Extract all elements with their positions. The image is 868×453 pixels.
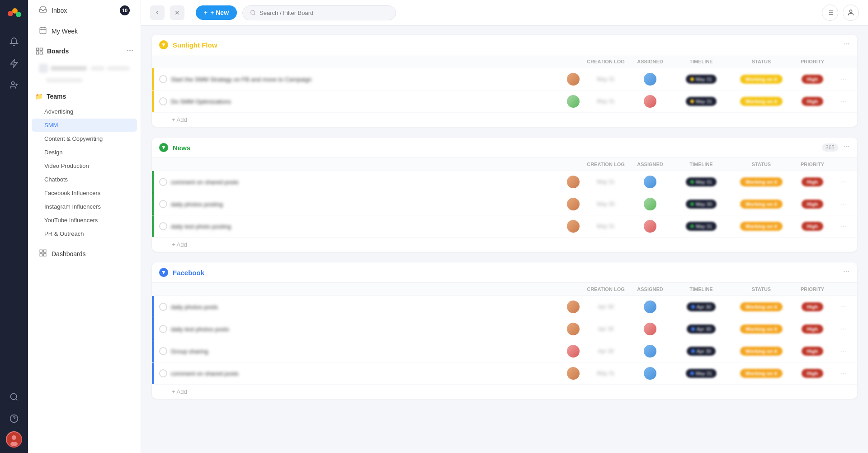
boards-header[interactable]: Boards ··· [35,46,133,56]
task-status: Working on it [734,369,788,378]
row-options-button[interactable]: ··· [836,97,850,105]
task-name: daily test photo posting [171,223,563,230]
task-row[interactable]: daily test photos posts Apr 30 Apr 30 Wo… [152,318,857,340]
group-chevron-facebook[interactable]: ▼ [159,268,168,277]
priority-pill: High [802,324,823,334]
svg-rect-21 [36,52,38,54]
task-checkbox[interactable] [159,325,167,333]
bolt-icon[interactable] [5,54,23,72]
sidebar-item-youtube-influencers[interactable]: YouTube Influencers [32,214,137,227]
svg-point-35 [846,43,846,44]
task-checkbox[interactable] [159,75,167,83]
sidebar-item-pr-&-outreach[interactable]: PR & Outreach [32,227,137,240]
group-options-sunlight-flow[interactable] [843,40,850,49]
sidebar-item-chatbots[interactable]: Chatbots [32,173,137,186]
task-row[interactable]: Start the SMM Strategy on FB and move to… [152,68,857,91]
status-pill: Working on it [740,324,783,334]
filter-icon-button[interactable] [822,5,838,21]
task-priority: High [792,347,833,356]
col-status-header: Status [734,59,788,64]
search-input[interactable] [259,10,388,16]
svg-rect-23 [44,250,46,252]
row-options-button[interactable]: ··· [836,347,850,355]
sidebar-item-myweek[interactable]: My Week [32,22,137,41]
sidebar-item-instagram-influencers[interactable]: Instagram Influencers [32,200,137,213]
search-bar[interactable] [242,5,396,20]
main-content: ✕ + + New ▼ Sunlight Flow [141,0,868,453]
sidebar-item-inbox[interactable]: Inbox 10 [32,1,137,20]
svg-point-0 [8,11,13,16]
add-task-row[interactable]: + Add [152,385,857,399]
timeline-text: May 31 [696,179,712,185]
row-options-button[interactable]: ··· [836,303,850,311]
row-color-bar [152,362,154,384]
task-date: May 30 [583,201,628,207]
status-pill: Working on it [740,222,783,231]
sidebar-item-dashboards[interactable]: Dashboards [32,244,137,263]
task-row[interactable]: daily photos posts Apr 30 Apr 30 Working… [152,296,857,318]
sidebar-item-facebook-influencers[interactable]: Facebook Influencers [32,186,137,200]
task-timeline: Apr 30 [672,347,731,356]
svg-point-42 [848,271,849,272]
group-options-facebook[interactable] [843,268,850,277]
add-task-row[interactable]: + Add [152,238,857,252]
group-title-facebook: Facebook [173,269,838,277]
boards-more-icon[interactable]: ··· [127,46,133,56]
task-assignee [632,198,668,210]
row-options-button[interactable]: ··· [836,200,850,208]
task-checkbox[interactable] [159,303,167,311]
sidebar-item-content-&-copywriting[interactable]: Content & Copywriting [32,132,137,145]
row-color-bar [152,193,154,215]
timeline-text: May 31 [696,371,712,376]
task-date: Apr 30 [583,304,628,310]
task-row[interactable]: comment on shared posts May 31 May 31 Wo… [152,171,857,193]
user-profile-icon-button[interactable] [843,5,859,21]
group-chevron-sunlight-flow[interactable]: ▼ [159,40,168,49]
assignee-avatar [644,323,656,335]
task-checkbox[interactable] [159,347,167,355]
group-chevron-news[interactable]: ▼ [159,143,168,152]
task-row[interactable]: daily test photo posting May 31 May 31 W… [152,215,857,238]
user-avatar[interactable] [6,431,22,448]
close-button[interactable]: ✕ [170,5,184,20]
help-icon[interactable] [5,410,23,428]
sidebar-item-smm[interactable]: SMM [32,119,137,132]
task-checkbox[interactable] [159,369,167,377]
new-button[interactable]: + + New [196,5,237,20]
timeline-text: Apr 30 [697,304,711,310]
row-options-button[interactable]: ··· [836,178,850,186]
task-checkbox[interactable] [159,200,167,208]
group-options-news[interactable] [843,143,850,152]
task-row[interactable]: Group sharing Apr 30 Apr 30 Working on i… [152,340,857,362]
col-status-header: Status [734,162,788,167]
add-task-row[interactable]: + Add [152,113,857,127]
task-name: Group sharing [171,348,563,355]
task-checkbox[interactable] [159,97,167,105]
task-checkbox[interactable] [159,178,167,186]
timeline-accent [690,224,694,228]
sidebar-item-advertising[interactable]: Advertising [32,105,137,118]
row-color-bar [152,296,154,318]
row-color-bar [152,68,154,90]
task-checkbox[interactable] [159,222,167,230]
search-icon[interactable] [5,388,23,406]
bell-icon[interactable] [5,33,23,51]
row-options-button[interactable]: ··· [836,369,850,377]
row-options-button[interactable]: ··· [836,75,850,83]
task-date: May 31 [583,223,628,229]
row-options-button[interactable]: ··· [836,222,850,230]
task-row[interactable]: daily photos posting May 30 May 30 Worki… [152,193,857,215]
svg-point-12 [12,435,16,440]
task-timeline: May 31 [672,97,731,106]
svg-rect-19 [40,48,42,50]
sidebar-item-video-production[interactable]: Video Production [32,159,137,172]
person-plus-icon[interactable] [5,76,23,94]
group-header-facebook: ▼ Facebook [152,262,857,283]
collapse-button[interactable] [150,5,165,20]
teams-header[interactable]: 📁 Teams [28,88,141,105]
task-row[interactable]: comment on shared posts May 31 May 31 Wo… [152,362,857,385]
sidebar-item-design[interactable]: Design [32,146,137,159]
task-row[interactable]: Do SMM Optimizations May 31 May 31 Worki… [152,91,857,113]
row-options-button[interactable]: ··· [836,325,850,333]
svg-point-4 [11,82,14,85]
